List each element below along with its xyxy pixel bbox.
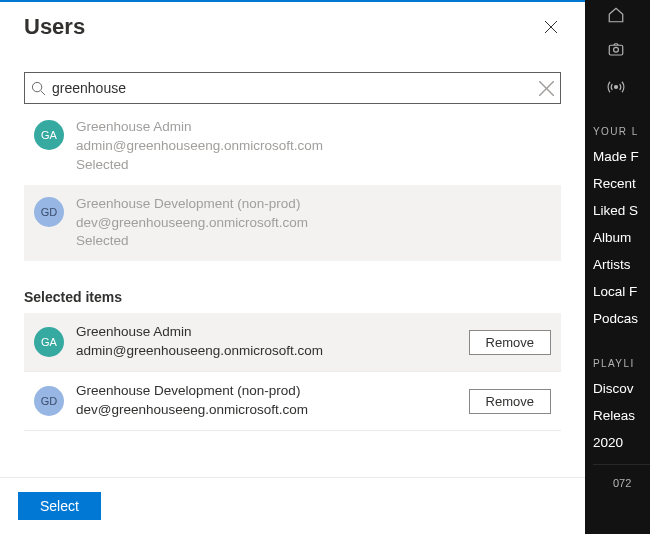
search-icon: [31, 81, 46, 96]
selected-item: GA Greenhouse Admin admin@greenhouseeng.…: [24, 313, 561, 372]
sidebar-item[interactable]: Discov: [585, 375, 650, 402]
svg-point-8: [615, 86, 618, 89]
suggestion-list: GA Greenhouse Admin admin@greenhouseeng.…: [24, 108, 561, 261]
sidebar-item[interactable]: Liked S: [585, 197, 650, 224]
sidebar-numeric: 072: [585, 471, 650, 489]
radio-icon: [607, 78, 625, 96]
sidebar-section-label: YOUR L: [585, 100, 650, 143]
users-picker-panel: Users GA Greenhouse Admin admin@greenhou…: [0, 2, 585, 534]
selected-item: GD Greenhouse Development (non-prod) dev…: [24, 372, 561, 431]
sidebar-item[interactable]: Local F: [585, 278, 650, 305]
svg-point-7: [614, 47, 619, 52]
panel-title: Users: [24, 14, 85, 40]
sidebar-section-label: PLAYLI: [585, 332, 650, 375]
svg-rect-6: [609, 45, 623, 55]
avatar: GA: [34, 327, 64, 357]
selected-name: Greenhouse Admin: [76, 323, 457, 342]
clear-search-icon[interactable]: [539, 81, 554, 96]
selected-items-list: GA Greenhouse Admin admin@greenhouseeng.…: [24, 313, 561, 431]
suggestion-email: admin@greenhouseeng.onmicrosoft.com: [76, 137, 323, 156]
select-button[interactable]: Select: [18, 492, 101, 520]
sidebar-item[interactable]: Releas: [585, 402, 650, 429]
suggestion-name: Greenhouse Admin: [76, 118, 323, 137]
sidebar-item[interactable]: Artists: [585, 251, 650, 278]
selected-name: Greenhouse Development (non-prod): [76, 382, 457, 401]
suggestion-email: dev@greenhouseeng.onmicrosoft.com: [76, 214, 308, 233]
home-icon: [607, 6, 625, 24]
suggestion-state: Selected: [76, 232, 308, 251]
search-input[interactable]: [46, 80, 539, 96]
selected-email: admin@greenhouseeng.onmicrosoft.com: [76, 342, 457, 361]
svg-point-2: [32, 82, 41, 91]
sidebar-item[interactable]: Album: [585, 224, 650, 251]
panel-footer: Select: [0, 477, 585, 534]
avatar: GA: [34, 120, 64, 150]
camera-icon: [607, 40, 625, 58]
suggestion-item[interactable]: GA Greenhouse Admin admin@greenhouseeng.…: [24, 108, 561, 185]
suggestion-name: Greenhouse Development (non-prod): [76, 195, 308, 214]
search-box[interactable]: [24, 72, 561, 104]
sidebar-item[interactable]: Podcas: [585, 305, 650, 332]
svg-line-3: [41, 90, 45, 94]
selected-email: dev@greenhouseeng.onmicrosoft.com: [76, 401, 457, 420]
sidebar-item[interactable]: Recent: [585, 170, 650, 197]
sidebar-item[interactable]: Made F: [585, 143, 650, 170]
sidebar-item[interactable]: 2020: [585, 429, 650, 456]
suggestion-state: Selected: [76, 156, 323, 175]
avatar: GD: [34, 386, 64, 416]
close-button[interactable]: [541, 17, 561, 37]
remove-button[interactable]: Remove: [469, 389, 551, 414]
selected-items-header: Selected items: [24, 289, 561, 305]
remove-button[interactable]: Remove: [469, 330, 551, 355]
close-icon: [544, 20, 558, 34]
suggestion-item[interactable]: GD Greenhouse Development (non-prod) dev…: [24, 185, 561, 262]
avatar: GD: [34, 197, 64, 227]
background-app-sidebar: YOUR L Made F Recent Liked S Album Artis…: [585, 0, 650, 534]
